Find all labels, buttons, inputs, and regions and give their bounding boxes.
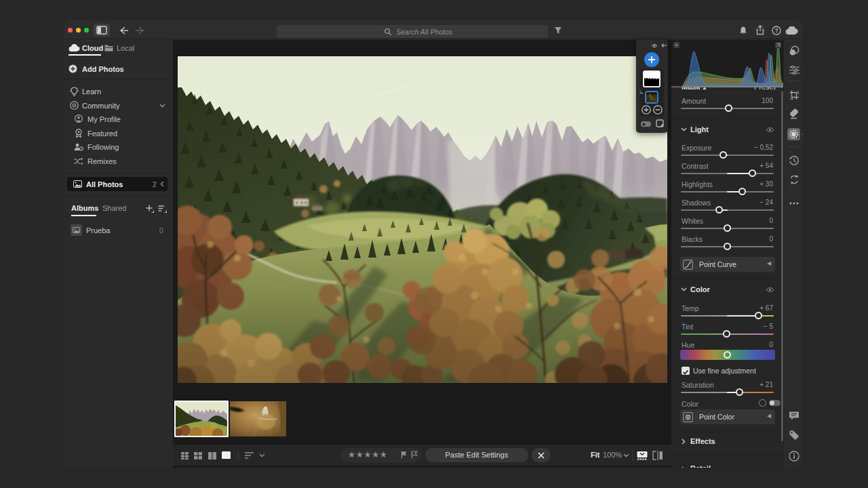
svg-text:?: ? bbox=[774, 27, 778, 34]
